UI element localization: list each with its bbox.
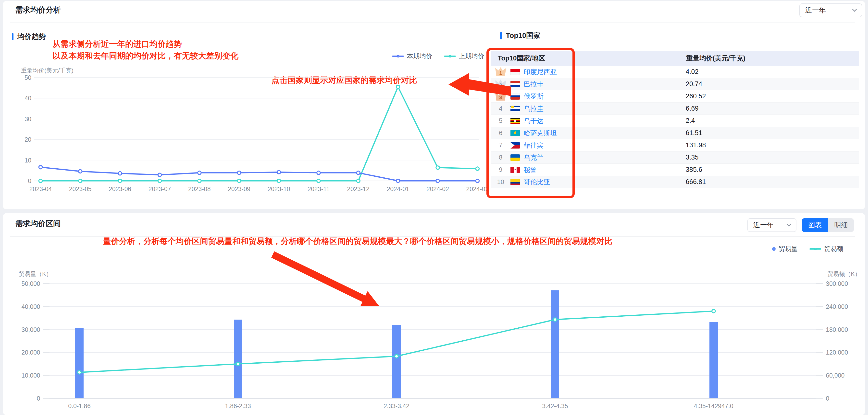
legend-item-current[interactable]: 本期均价 — [392, 52, 432, 61]
flag-icon-ukraine — [510, 154, 520, 161]
country-link[interactable]: 乌干达 — [524, 116, 544, 125]
country-link[interactable]: 印度尼西亚 — [524, 68, 557, 76]
price-range-legend: 贸易量 贸易额 — [772, 245, 843, 253]
table-row[interactable]: 2巴拉圭20.74 — [491, 78, 859, 90]
flag-icon-colombia — [510, 179, 520, 185]
legend-volume-label: 贸易量 — [779, 245, 798, 253]
svg-text:2024-03: 2024-03 — [466, 185, 489, 192]
svg-text:20: 20 — [25, 136, 31, 143]
flag-icon-paraguay — [510, 81, 520, 88]
avg-price-value: 61.51 — [679, 129, 859, 137]
svg-text:贸易额（K）: 贸易额（K） — [827, 271, 861, 277]
table-row[interactable]: 9秘鲁385.6 — [491, 164, 859, 176]
avg-price-value: 131.98 — [679, 141, 859, 149]
country-link[interactable]: 俄罗斯 — [524, 92, 544, 101]
flag-icon-philippines — [510, 142, 520, 148]
country-link[interactable]: 乌拉圭 — [524, 104, 544, 113]
svg-text:0: 0 — [28, 177, 31, 184]
top10-table-header: Top10国家/地区 重量均价(美元/千克) — [491, 50, 859, 66]
svg-text:2024-01: 2024-01 — [387, 185, 409, 192]
flag-icon-peru — [510, 167, 520, 173]
rank-number: 4 — [499, 105, 502, 112]
svg-text:2023-10: 2023-10 — [268, 185, 290, 192]
svg-text:2.33-3.42: 2.33-3.42 — [383, 403, 409, 409]
svg-text:2023-05: 2023-05 — [69, 185, 92, 192]
svg-text:4.35-142947.0: 4.35-142947.0 — [694, 403, 733, 409]
svg-text:2023-04: 2023-04 — [29, 185, 52, 192]
rank-number: 6 — [499, 129, 502, 137]
svg-text:0: 0 — [37, 395, 40, 402]
table-row[interactable]: 8乌克兰3.35 — [491, 151, 859, 164]
table-row[interactable]: 4乌拉圭6.69 — [491, 103, 859, 115]
top10-table: Top10国家/地区 重量均价(美元/千克) 1印度尼西亚4.022巴拉圭20.… — [491, 50, 859, 188]
svg-text:300,000: 300,000 — [826, 280, 848, 287]
table-row[interactable]: 1印度尼西亚4.02 — [491, 66, 859, 78]
chevron-down-icon — [852, 7, 857, 12]
line-marker-icon — [392, 56, 404, 57]
section1-title: 需求均价分析 — [15, 5, 61, 15]
svg-text:1.86-2.33: 1.86-2.33 — [225, 403, 251, 409]
svg-text:2023-11: 2023-11 — [308, 185, 330, 192]
table-row[interactable]: 10哥伦比亚666.81 — [491, 176, 859, 188]
flag-icon-kazakhstan — [510, 130, 520, 136]
section1-time-range-select[interactable]: 近一年 — [799, 3, 862, 17]
svg-text:0.0-1.86: 0.0-1.86 — [68, 403, 91, 409]
avg-price-value: 6.69 — [679, 105, 859, 112]
trend-legend: 本期均价 上期均价 — [392, 52, 484, 61]
svg-text:180,000: 180,000 — [826, 326, 848, 333]
svg-text:30: 30 — [25, 115, 31, 123]
svg-text:0: 0 — [826, 395, 829, 402]
svg-text:120,000: 120,000 — [826, 349, 848, 356]
legend-value-label: 贸易额 — [824, 245, 843, 253]
avg-price-value: 4.02 — [679, 68, 859, 76]
avg-price-value: 2.4 — [679, 117, 859, 125]
line-marker-icon — [444, 56, 456, 57]
country-link[interactable]: 秘鲁 — [524, 165, 537, 174]
svg-text:60,000: 60,000 — [826, 372, 844, 379]
legend-item-previous[interactable]: 上期均价 — [444, 52, 484, 61]
table-row[interactable]: 5乌干达2.4 — [491, 115, 859, 127]
avg-price-value: 385.6 — [679, 166, 859, 173]
svg-text:贸易量（K）: 贸易量（K） — [19, 271, 52, 277]
rank-medal-icon: 2 — [495, 79, 506, 89]
legend-item-volume[interactable]: 贸易量 — [772, 245, 798, 253]
svg-text:10: 10 — [25, 157, 31, 164]
country-link[interactable]: 哥伦比亚 — [524, 178, 550, 186]
svg-text:2023-07: 2023-07 — [149, 185, 171, 192]
view-chart-button[interactable]: 图表 — [802, 218, 828, 232]
svg-text:30,000: 30,000 — [22, 326, 40, 333]
flag-icon-russia — [510, 93, 520, 100]
table-row[interactable]: 7菲律宾131.98 — [491, 139, 859, 151]
svg-text:2023-08: 2023-08 — [188, 185, 211, 192]
svg-text:2023-06: 2023-06 — [109, 185, 131, 192]
avg-price-value: 20.74 — [679, 80, 859, 88]
rank-medal-icon: 1 — [495, 67, 506, 77]
svg-text:20,000: 20,000 — [22, 349, 40, 356]
country-link[interactable]: 菲律宾 — [524, 141, 544, 150]
svg-text:重量均价(美元/千克): 重量均价(美元/千克) — [21, 67, 73, 74]
top10-table-body: 1印度尼西亚4.022巴拉圭20.743俄罗斯260.524乌拉圭6.695乌干… — [491, 66, 859, 188]
rank-medal-icon: 3 — [495, 92, 506, 101]
flag-icon-uganda — [510, 118, 520, 124]
view-toggle: 图表 明细 — [802, 218, 854, 232]
view-detail-button[interactable]: 明细 — [828, 218, 854, 232]
svg-text:2023-12: 2023-12 — [347, 185, 370, 192]
country-link[interactable]: 乌克兰 — [524, 153, 544, 162]
chevron-down-icon — [786, 222, 791, 227]
legend-item-value[interactable]: 贸易额 — [809, 245, 843, 253]
price-range-combo-chart: 贸易量（K）贸易额（K）0010,00060,00020,000120,0003… — [10, 256, 863, 413]
dashboard: 需求均价分析 近一年 均价趋势 从需求侧分析近一年的进口均价趋势 以及本期和去年… — [0, 0, 868, 415]
svg-text:2023-09: 2023-09 — [228, 185, 250, 192]
rank-number: 10 — [497, 178, 504, 186]
rank-number: 7 — [499, 141, 502, 149]
table-row[interactable]: 6哈萨克斯坦61.51 — [491, 127, 859, 139]
annotation-trend-note-line1: 从需求侧分析近一年的进口均价趋势 — [53, 38, 239, 50]
section2-time-range-select[interactable]: 近一年 — [747, 218, 797, 232]
annotation-trend-note-line2: 以及本期和去年同期的均价对比，有无较大差别变化 — [53, 50, 239, 62]
trend-line-chart: 重量均价(美元/千克)010203040502023-042023-052023… — [10, 60, 490, 194]
country-link[interactable]: 哈萨克斯坦 — [524, 129, 557, 138]
country-link[interactable]: 巴拉圭 — [524, 80, 544, 89]
svg-text:10,000: 10,000 — [22, 372, 40, 379]
table-row[interactable]: 3俄罗斯260.52 — [491, 90, 859, 103]
svg-text:3.42-4.35: 3.42-4.35 — [542, 403, 568, 409]
